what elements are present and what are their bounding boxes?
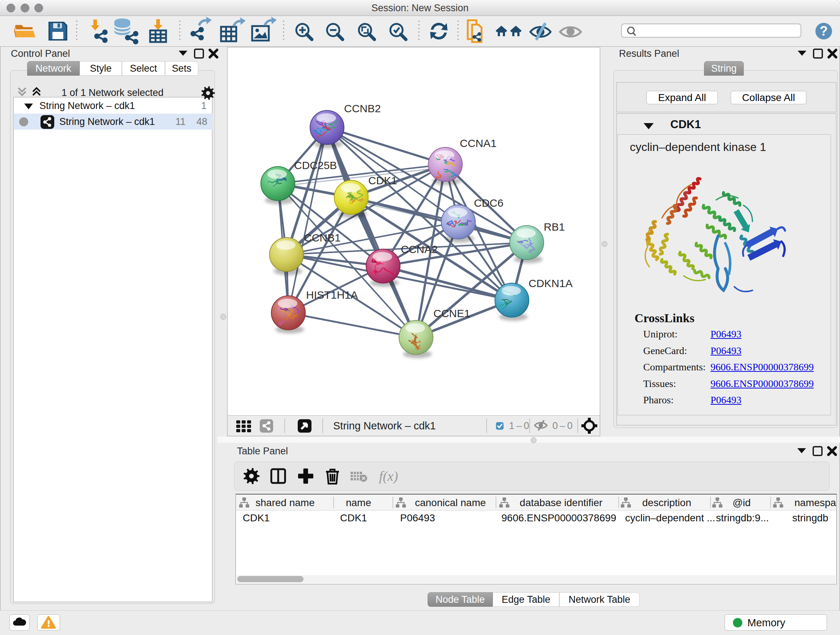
svg-text:f(x): f(x) bbox=[379, 469, 398, 484]
svg-text:HIST1H1A: HIST1H1A bbox=[306, 289, 358, 301]
svg-text:database identifier: database identifier bbox=[520, 497, 603, 508]
svg-text:CCNB2: CCNB2 bbox=[344, 103, 381, 114]
svg-text:CCNA1: CCNA1 bbox=[460, 137, 497, 149]
svg-text:1 – 0: 1 – 0 bbox=[509, 420, 529, 431]
svg-text:CDKN1A: CDKN1A bbox=[529, 277, 573, 289]
svg-text:canonical name: canonical name bbox=[415, 497, 486, 508]
svg-text:@id: @id bbox=[733, 497, 751, 508]
svg-text:0 – 0: 0 – 0 bbox=[553, 420, 573, 431]
svg-text:CCNA2: CCNA2 bbox=[401, 243, 438, 255]
svg-text:CCNB1: CCNB1 bbox=[304, 232, 341, 244]
svg-text:description: description bbox=[642, 497, 691, 508]
svg-text:CDK1: CDK1 bbox=[368, 174, 397, 187]
svg-text:String Network – cdk1: String Network – cdk1 bbox=[333, 420, 436, 432]
svg-text:CDC25B: CDC25B bbox=[294, 159, 337, 171]
svg-text:name: name bbox=[346, 497, 371, 508]
svg-text:?: ? bbox=[820, 24, 828, 38]
svg-text:CDC6: CDC6 bbox=[474, 197, 504, 209]
svg-text:shared name: shared name bbox=[256, 497, 314, 508]
svg-text:RB1: RB1 bbox=[544, 221, 565, 233]
svg-text:namespac: namespac bbox=[794, 497, 836, 508]
svg-text:CCNE1: CCNE1 bbox=[433, 307, 470, 319]
